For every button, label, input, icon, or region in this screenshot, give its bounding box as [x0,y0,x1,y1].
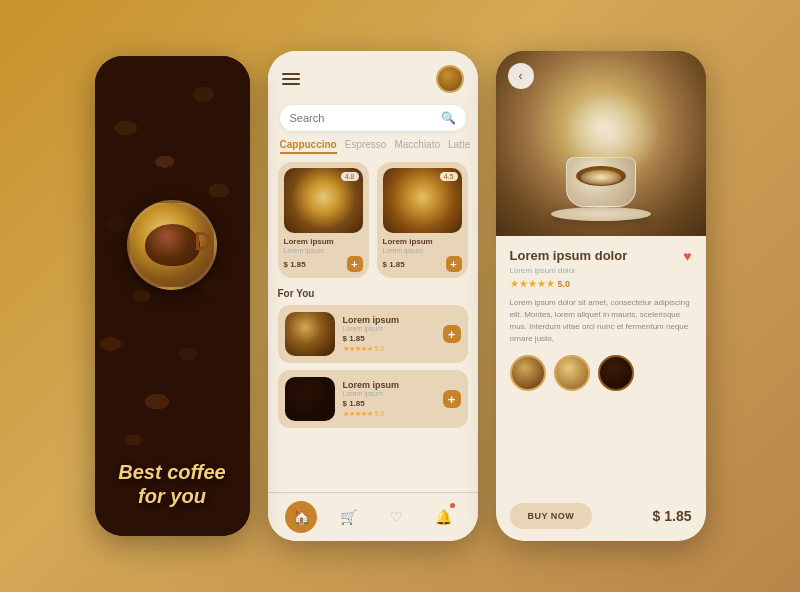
search-icon: 🔍 [441,111,456,125]
list-item-1-stars: ★★★★★ 5.0 [343,345,435,353]
card-1-name: Lorem ipsum [284,237,363,246]
scroll-area: 4.8 Lorem ipsum Lorem ipsum $ 1.85 + 4.5… [268,162,478,492]
nav-notifications[interactable]: 🔔 [428,501,460,533]
list-item-2-stars: ★★★★★ 5.0 [343,410,435,418]
bottom-nav: 🏠 🛒 ♡ 🔔 [268,492,478,541]
card-2-sub: Lorem ipsum [383,247,462,254]
heart-icon[interactable]: ♥ [683,248,691,264]
coffee-liquid [576,166,626,186]
nav-home[interactable]: 🏠 [285,501,317,533]
cup-saucer [551,207,651,221]
latte-swirl [581,170,621,185]
variant-1[interactable] [510,355,546,391]
featured-grid: 4.8 Lorem ipsum Lorem ipsum $ 1.85 + 4.5… [278,162,468,278]
menu-button[interactable] [282,73,300,85]
detail-rating: ★★★★★ 5.0 [510,278,692,289]
card-1-sub: Lorem ipsum [284,247,363,254]
featured-card-2: 4.5 Lorem ipsum Lorem ipsum $ 1.85 + [377,162,468,278]
coffee-cup-image [127,200,217,290]
search-input[interactable] [290,112,441,124]
detail-subtitle: Lorem ipsum dolor [510,266,692,275]
screen-coffee-beans: Best coffee for you [95,56,250,536]
buy-price: $ 1.85 [653,508,692,524]
card-1-price: $ 1.85 [284,260,306,269]
menu-line-2 [282,78,300,80]
app-header [268,51,478,99]
tab-macchiato[interactable]: Macchiato [394,139,440,154]
list-add-btn-1[interactable]: + [443,325,461,343]
variant-2[interactable] [554,355,590,391]
list-item-2-image [285,377,335,421]
screen-detail: ‹ Lorem ipsum dolor ♥ Lorem ipsum dolor … [496,51,706,541]
detail-stars: ★★★★★ [510,278,555,289]
card-2-name: Lorem ipsum [383,237,462,246]
cup-handle [196,232,210,250]
variant-3[interactable] [598,355,634,391]
list-item-1-name: Lorem ipsum [343,315,435,325]
buy-row: BUY NOW $ 1.85 [510,503,692,529]
tab-latte[interactable]: Latte [448,139,470,154]
list-item-1-image [285,312,335,356]
detail-cup-body [566,157,636,207]
for-you-section-title: For You [278,288,468,299]
card-2-footer: $ 1.85 + [383,256,462,272]
list-add-btn-2[interactable]: + [443,390,461,408]
featured-card-2-image: 4.5 [383,168,462,233]
featured-card-1: 4.8 Lorem ipsum Lorem ipsum $ 1.85 + [278,162,369,278]
list-item-1-info: Lorem ipsum Lorem ipsum $ 1.85 ★★★★★ 5.0 [343,315,435,353]
list-item-1-price: $ 1.85 [343,334,435,343]
menu-line-3 [282,83,300,85]
list-item-2: Lorem ipsum Lorem ipsum $ 1.85 ★★★★★ 5.0… [278,370,468,428]
list-item-2-info: Lorem ipsum Lorem ipsum $ 1.85 ★★★★★ 5.0 [343,380,435,418]
detail-title-row: Lorem ipsum dolor ♥ [510,248,692,264]
cup-body [145,224,200,266]
card-2-price: $ 1.85 [383,260,405,269]
add-to-cart-btn-1[interactable]: + [347,256,363,272]
add-to-cart-btn-2[interactable]: + [446,256,462,272]
list-item-2-name: Lorem ipsum [343,380,435,390]
variant-selector [510,355,692,391]
tagline-container: Best coffee for you [95,460,250,508]
list-item-2-price: $ 1.85 [343,399,435,408]
screen-main-app: 🔍 Cappuccino Espresso Macchiato Latte 4.… [268,51,478,541]
list-item-1: Lorem ipsum Lorem ipsum $ 1.85 ★★★★★ 5.0… [278,305,468,363]
featured-card-1-image: 4.8 [284,168,363,233]
beans-background: Best coffee for you [95,56,250,536]
search-bar[interactable]: 🔍 [280,105,466,131]
rating-badge-2: 4.5 [440,172,458,181]
menu-line-1 [282,73,300,75]
detail-hero-image: ‹ [496,51,706,236]
detail-title: Lorem ipsum dolor [510,248,628,263]
list-item-2-sub: Lorem ipsum [343,390,435,397]
buy-now-button[interactable]: BUY NOW [510,503,593,529]
back-button[interactable]: ‹ [508,63,534,89]
nav-cart[interactable]: 🛒 [333,501,365,533]
cup-saucer-group [551,162,651,221]
list-item-1-sub: Lorem ipsum [343,325,435,332]
detail-description: Lorem ipsum dolor sit amet, consectetur … [510,297,692,345]
user-avatar[interactable] [436,65,464,93]
detail-score: 5.0 [558,279,571,289]
tab-espresso[interactable]: Espresso [345,139,387,154]
tab-cappuccino[interactable]: Cappuccino [280,139,337,154]
category-tabs: Cappuccino Espresso Macchiato Latte [268,139,478,162]
detail-body: Lorem ipsum dolor ♥ Lorem ipsum dolor ★★… [496,236,706,541]
tagline-text: Best coffee for you [95,460,250,508]
nav-favorites[interactable]: ♡ [380,501,412,533]
notification-dot [450,503,455,508]
card-1-footer: $ 1.85 + [284,256,363,272]
rating-badge-1: 4.8 [341,172,359,181]
